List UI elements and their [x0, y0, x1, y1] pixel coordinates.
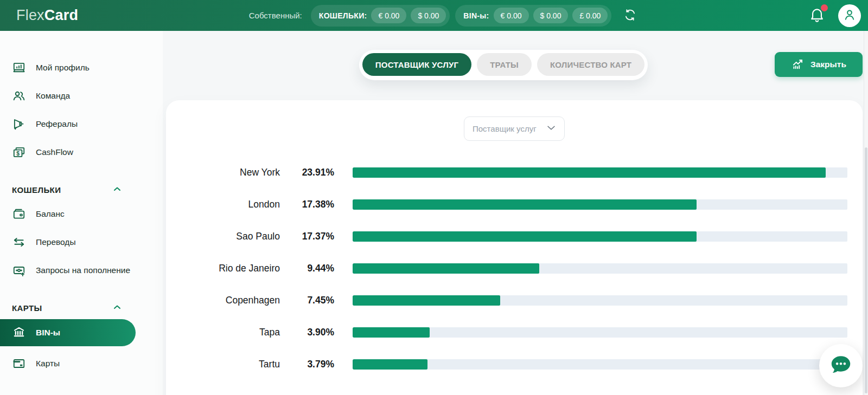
- profile-dashboard-icon: [12, 61, 26, 75]
- close-chart-button[interactable]: Закрыть: [775, 52, 863, 77]
- bar-row: London 17.38%: [166, 199, 863, 210]
- section-label: КОШЕЛЬКИ: [12, 185, 61, 195]
- bar-track: [353, 263, 847, 274]
- bar-category-label: New York: [166, 167, 280, 178]
- bar-category-label: Tartu: [166, 359, 280, 370]
- sidebar-item-label: CashFlow: [36, 147, 73, 157]
- bar-fill: [353, 199, 697, 210]
- sidebar-item-label: BIN-ы: [36, 328, 60, 338]
- sidebar-item-label: Запросы на пополнение: [36, 266, 130, 275]
- bar-value-label: 7.45%: [280, 295, 334, 306]
- refresh-icon: [623, 8, 637, 23]
- topup-card-icon: [12, 263, 26, 277]
- bar-fill: [353, 263, 539, 274]
- credit-card-icon: [12, 357, 26, 371]
- chevron-up-icon: [112, 302, 123, 314]
- notifications-button[interactable]: [808, 5, 826, 25]
- bar-track: [353, 199, 847, 210]
- page-scrollbar: [864, 31, 868, 395]
- sidebar-item-bins[interactable]: BIN-ы: [0, 319, 136, 346]
- bar-fill: [353, 231, 697, 242]
- bar-value-label: 3.79%: [280, 359, 334, 370]
- bin-balance-usd: $ 0.00: [533, 8, 569, 23]
- logo: FlexCard: [16, 7, 78, 24]
- bar-value-label: 17.38%: [280, 199, 334, 210]
- bar-track: [353, 167, 847, 178]
- sidebar-item-label: Мой профиль: [36, 63, 90, 73]
- bin-balance-eur: € 0.00: [494, 8, 529, 23]
- user-avatar[interactable]: [838, 4, 861, 27]
- bar-category-label: Rio de Janeiro: [166, 263, 280, 274]
- bar-value-label: 23.91%: [280, 167, 334, 178]
- sidebar-item-label: Команда: [36, 91, 70, 101]
- provider-dropdown-value: Поставщик услуг: [473, 124, 537, 133]
- bar-row: Rio de Janeiro 9.44%: [166, 263, 863, 274]
- bank-icon: [12, 326, 26, 340]
- chart-tabs: ПОСТАВЩИК УСЛУГ ТРАТЫ КОЛИЧЕСТВО КАРТ: [359, 50, 648, 80]
- logo-bold: Card: [44, 7, 78, 23]
- support-chat-button[interactable]: [819, 344, 863, 387]
- notification-badge: [821, 4, 828, 11]
- bar-value-label: 17.37%: [280, 231, 334, 242]
- tab-card-count[interactable]: КОЛИЧЕСТВО КАРТ: [537, 53, 644, 76]
- section-label: КАРТЫ: [12, 303, 42, 313]
- svg-text:$: $: [16, 151, 20, 157]
- bar-fill: [353, 295, 500, 306]
- app-header: FlexCard Собственный: КОШЕЛЬКИ: € 0.00 $…: [0, 0, 868, 31]
- logo-light: Flex: [16, 7, 44, 23]
- bar-track: [353, 359, 847, 370]
- sidebar-item-cashflow[interactable]: $ CashFlow: [0, 138, 163, 166]
- chart-card: Поставщик услуг New York 23.91% L: [166, 100, 863, 395]
- scrollbar-thumb[interactable]: [865, 147, 867, 393]
- provider-dropdown[interactable]: Поставщик услуг: [464, 116, 565, 141]
- bar-fill: [353, 327, 430, 338]
- bar-row: New York 23.91%: [166, 167, 863, 178]
- chat-bubble-icon: [828, 353, 853, 379]
- bar-fill: [353, 167, 826, 178]
- team-icon: [12, 89, 26, 103]
- bar-category-label: Sao Paulo: [166, 231, 280, 242]
- own-balances-label: Собственный:: [249, 11, 302, 20]
- bar-row: Tapa 3.90%: [166, 327, 863, 338]
- page-layout: Мой профиль Команда Рефералы: [0, 31, 868, 395]
- main-content: ПОСТАВЩИК УСЛУГ ТРАТЫ КОЛИЧЕСТВО КАРТ За…: [163, 31, 868, 395]
- tab-spendings[interactable]: ТРАТЫ: [477, 53, 532, 76]
- wallets-balance-group: КОШЕЛЬКИ: € 0.00 $ 0.00: [311, 5, 450, 27]
- sidebar-item-my-profile[interactable]: Мой профиль: [0, 54, 163, 82]
- bar-category-label: Copenhagen: [166, 295, 280, 306]
- sidebar-item-transfers[interactable]: Переводы: [0, 228, 163, 256]
- sidebar: Мой профиль Команда Рефералы: [0, 31, 163, 395]
- transfer-arrows-icon: [12, 235, 26, 249]
- sidebar-item-label: Рефералы: [36, 119, 78, 129]
- bar-track: [353, 231, 847, 242]
- bar-row: Copenhagen 7.45%: [166, 295, 863, 306]
- chevron-up-icon: [112, 184, 123, 196]
- sidebar-item-label: Переводы: [36, 237, 76, 247]
- sidebar-section-wallets[interactable]: КОШЕЛЬКИ: [0, 182, 163, 198]
- wallets-group-label: КОШЕЛЬКИ:: [319, 11, 367, 20]
- person-icon: [842, 7, 857, 24]
- chevron-down-icon: [545, 122, 557, 135]
- refresh-balances-button[interactable]: [623, 8, 637, 23]
- sidebar-item-topup-requests[interactable]: Запросы на пополнение: [0, 256, 163, 284]
- tab-service-provider[interactable]: ПОСТАВЩИК УСЛУГ: [362, 53, 471, 76]
- bins-group-label: BIN-ы:: [463, 11, 489, 20]
- sidebar-item-referrals[interactable]: Рефералы: [0, 110, 163, 138]
- sidebar-item-balance[interactable]: Баланс: [0, 200, 163, 228]
- bin-balance-gbp: £ 0.00: [572, 8, 608, 23]
- bar-chart: New York 23.91% London 17.38% Sao Paulo: [166, 167, 863, 370]
- wallet-icon: [12, 207, 26, 221]
- sidebar-item-label: Баланс: [36, 209, 65, 219]
- sidebar-item-label: Карты: [36, 359, 60, 368]
- bar-row: Sao Paulo 17.37%: [166, 231, 863, 242]
- sidebar-item-cards[interactable]: Карты: [0, 349, 163, 378]
- bar-value-label: 9.44%: [280, 263, 334, 274]
- bar-category-label: Tapa: [166, 327, 280, 338]
- sidebar-section-cards[interactable]: КАРТЫ: [0, 300, 163, 316]
- sidebar-item-team[interactable]: Команда: [0, 82, 163, 110]
- wallet-balance-eur: € 0.00: [371, 8, 406, 23]
- chart-toolbar: ПОСТАВЩИК УСЛУГ ТРАТЫ КОЛИЧЕСТВО КАРТ За…: [163, 50, 868, 80]
- trending-chart-icon: [791, 56, 805, 73]
- close-button-label: Закрыть: [810, 60, 846, 69]
- wallet-balance-usd: $ 0.00: [411, 8, 446, 23]
